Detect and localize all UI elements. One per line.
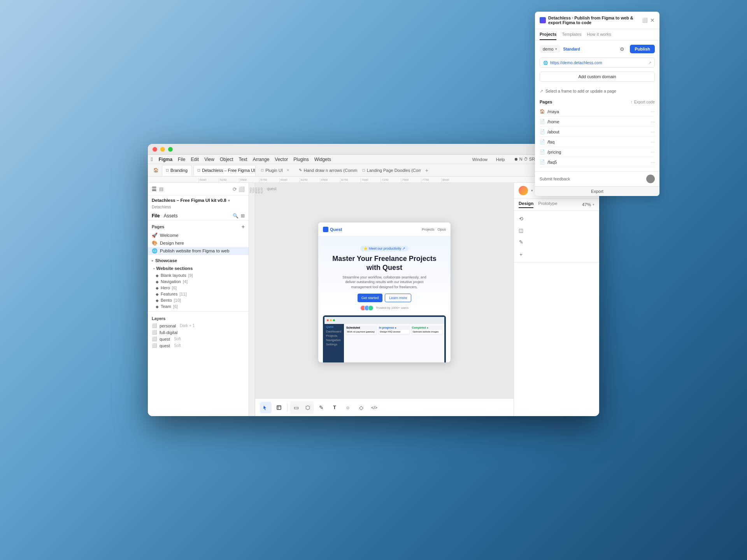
diamond-icon-4: ◆ <box>156 292 159 296</box>
zoom-chevron: ▾ <box>593 203 594 206</box>
maximize-button[interactable] <box>168 147 173 152</box>
user-avatar[interactable] <box>519 186 528 195</box>
sidebar-menu-icon[interactable]: ☰ <box>152 186 157 192</box>
prototype-tab[interactable]: Prototype <box>538 201 557 208</box>
sub-hero[interactable]: ◆ Hero [6] <box>148 285 249 291</box>
menu-plugins[interactable]: Plugins <box>291 156 311 163</box>
blank-layouts-count: [9] <box>188 273 193 278</box>
sub-bento[interactable]: ◆ Bento [10] <box>148 297 249 303</box>
menu-bar:  Figma File Edit View Object Text Arran… <box>148 155 599 164</box>
menu-text[interactable]: Text <box>236 156 250 163</box>
quest-badge: ⭐ Meet our productivity ↗ <box>360 246 409 251</box>
ruler-mark-12: 7750 <box>421 178 441 182</box>
tool-shape[interactable]: ⬡ <box>302 402 313 413</box>
quest-nav: Quest ProjectsOpus <box>318 222 451 236</box>
close-button[interactable] <box>153 147 157 152</box>
tab-plugin-close-icon[interactable]: ✕ <box>286 168 289 172</box>
tab-hand-draw-label: Hand draw n arrows (Community) <box>304 168 357 173</box>
canvas-area[interactable]: 7900 7950 8000 8050 8100 quest Quest <box>249 183 514 416</box>
sidebar-title-chevron[interactable]: ▾ <box>228 198 230 203</box>
tool-code[interactable]: </> <box>368 402 380 413</box>
tool-pen[interactable]: ✎ <box>316 402 327 413</box>
page-design[interactable]: 🎨 Design here <box>148 239 249 247</box>
layer-quest-1-name: quest <box>160 337 170 341</box>
design-tab[interactable]: Design <box>519 201 533 208</box>
sub-blank-layouts[interactable]: ◆ Blank layouts [9] <box>148 272 249 278</box>
menu-view[interactable]: View <box>202 156 217 163</box>
tool-component[interactable]: ◇ <box>355 402 367 413</box>
export-bar[interactable]: Export <box>535 186 599 196</box>
tab-branding[interactable]: □ Branding <box>162 165 192 176</box>
quest-badge-text: ⭐ Meet our productivity ↗ <box>363 247 405 250</box>
sub-navigation[interactable]: ◆ Navigation [4] <box>148 278 249 285</box>
tool-select[interactable] <box>260 402 272 413</box>
add-page-btn[interactable]: + <box>242 224 245 230</box>
tab-plugin-ui[interactable]: □ Plugin UI ✕ <box>257 165 293 176</box>
page-publish[interactable]: 🌐 Publish website from Figma to web <box>148 247 249 255</box>
welcome-emoji: 🚀 <box>152 233 158 238</box>
qs-dot-3 <box>333 319 335 321</box>
tool-circle[interactable]: ○ <box>342 402 354 413</box>
blank-layouts-label: Blank layouts <box>161 273 186 278</box>
publish-label: Publish website from Figma to web <box>160 248 229 253</box>
hero-label: Hero <box>161 285 170 290</box>
menu-widgets[interactable]: Widgets <box>312 156 334 163</box>
quest-learn-more-button[interactable]: Learn more <box>385 294 411 302</box>
layer-quest-1-tag: Soft <box>174 337 181 341</box>
zoom-display[interactable]: 47% ▾ <box>582 201 594 208</box>
quest-frame: Quest ProjectsOpus ⭐ Meet our productivi… <box>318 222 451 362</box>
menu-help[interactable]: Help <box>493 156 508 163</box>
minimize-button[interactable] <box>160 147 165 152</box>
tool-rect[interactable]: ▭ <box>291 402 302 413</box>
tab-detachless-icon: □ <box>198 168 200 172</box>
tab-landing[interactable]: □ Landing Page Doodles (Community) ✕ <box>359 165 421 176</box>
layers-label: Layers <box>148 313 249 322</box>
layer-personal[interactable]: ⬜ personal Dark + 1 <box>148 322 249 329</box>
zoom-value: 47% <box>582 202 591 207</box>
tool-frame[interactable] <box>273 402 285 413</box>
home-button[interactable]: 🏠 <box>152 166 160 175</box>
tab-branding-icon: □ <box>166 168 168 172</box>
add-page-icon[interactable]: ⊞ <box>241 213 245 219</box>
tool-text[interactable]: T <box>329 402 340 413</box>
features-label: Features <box>161 292 177 296</box>
menu-arrange[interactable]: Arrange <box>250 156 272 163</box>
sidebar-toggle-icon[interactable]: ▤ <box>159 186 163 192</box>
website-sections-header[interactable]: ▪ Website sections <box>148 264 249 272</box>
menu-window[interactable]: Window <box>470 156 490 163</box>
search-icon[interactable]: 🔍 <box>233 213 238 219</box>
menu-edit[interactable]: Edit <box>188 156 202 163</box>
add-tab-button[interactable]: + <box>423 166 431 175</box>
menu-vector[interactable]: Vector <box>272 156 291 163</box>
publish-emoji: 🌐 <box>152 248 158 254</box>
assets-tab[interactable]: Assets <box>164 213 178 219</box>
tab-hand-draw[interactable]: ✎ Hand draw n arrows (Community) ✕ <box>295 165 357 176</box>
sub-features[interactable]: ◆ Features [11] <box>148 291 249 297</box>
layer-quest-1[interactable]: ⬜ quest Soft <box>148 336 249 342</box>
quest-get-started-button[interactable]: Get started <box>358 294 383 302</box>
tab-detachless[interactable]: □ Detachless – Free Figma UI kit v0 ✕ <box>193 165 256 176</box>
tab-landing-icon: □ <box>363 168 365 172</box>
layer-quest-2[interactable]: ⬜ quest Soft <box>148 342 249 349</box>
tab-hand-draw-icon: ✎ <box>299 168 302 172</box>
file-tab[interactable]: File <box>152 213 160 219</box>
right-panel-tabs: Design Prototype 47% ▾ <box>514 199 599 211</box>
menu-figma[interactable]: Figma <box>156 156 175 163</box>
apple-logo[interactable]:  <box>151 156 153 162</box>
sidebar-icon-1[interactable]: ⟳ <box>233 186 237 192</box>
ruler-mark-13: 8000 <box>441 178 461 182</box>
panel-icon-layers[interactable]: ⟲ <box>516 213 526 224</box>
page-welcome[interactable]: 🚀 Welcome <box>148 231 249 239</box>
panel-icon-add[interactable]: + <box>516 249 526 260</box>
showcase-header[interactable]: ▸ Showcase <box>148 257 249 264</box>
sub-team[interactable]: ◆ Team [6] <box>148 303 249 310</box>
avatar-chevron[interactable]: ▾ <box>531 189 533 192</box>
panel-icon-inspect[interactable]: ◫ <box>516 225 526 236</box>
panel-icon-comments[interactable]: ✎ <box>516 236 526 247</box>
kanban-scheduled: Scheduled Work on payment gateway <box>345 326 377 335</box>
menu-file[interactable]: File <box>175 156 188 163</box>
sidebar-icon-2[interactable]: ⬜ <box>238 186 245 192</box>
menu-object[interactable]: Object <box>217 156 236 163</box>
layer-full-digital[interactable]: ⬜ full-digital <box>148 329 249 336</box>
left-sidebar: ☰ ▤ ⟳ ⬜ Detachless – Free Figma UI kit v… <box>148 183 249 416</box>
